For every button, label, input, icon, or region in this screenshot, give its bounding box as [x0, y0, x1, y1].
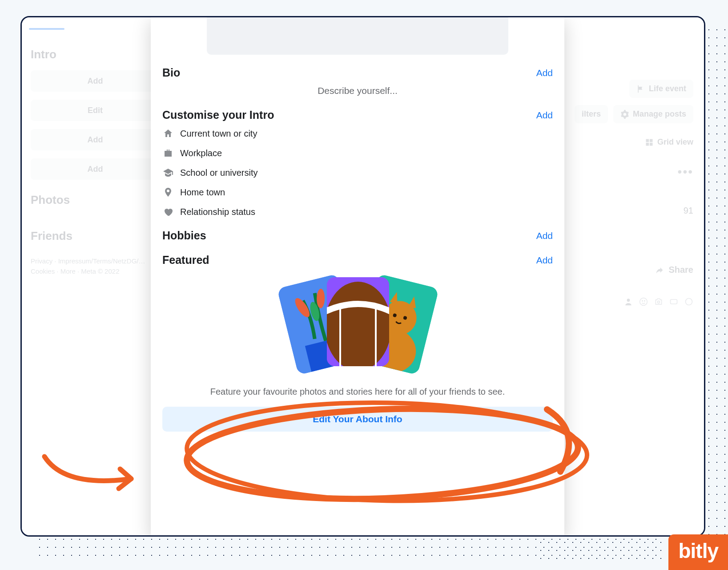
edit-intro-modal: Bio Add Describe yourself... Customise y…	[151, 17, 564, 537]
bitly-badge: bitly	[668, 534, 728, 570]
bio-add-link[interactable]: Add	[536, 68, 553, 78]
location-pin-icon	[162, 186, 174, 198]
intro-item-label: Relationship status	[180, 207, 255, 217]
intro-item-hometown[interactable]: Home town	[162, 186, 553, 198]
card-football	[327, 277, 389, 366]
customise-heading: Customise your Intro	[162, 109, 274, 121]
intro-item-label: Workplace	[180, 148, 222, 158]
home-icon	[162, 128, 174, 139]
customise-section: Customise your Intro Add Current town or…	[162, 109, 553, 218]
hobbies-heading: Hobbies	[162, 229, 206, 242]
modal-header-placeholder	[207, 17, 508, 55]
bio-section: Bio Add Describe yourself...	[162, 66, 553, 96]
intro-item-current-town[interactable]: Current town or city	[162, 128, 553, 139]
briefcase-icon	[162, 147, 174, 159]
featured-illustration	[162, 280, 553, 378]
svg-point-13	[327, 282, 389, 366]
featured-heading: Featured	[162, 254, 209, 267]
graduation-cap-icon	[162, 167, 174, 178]
bio-heading: Bio	[162, 66, 180, 79]
featured-section: Featured Add	[162, 254, 553, 432]
featured-add-link[interactable]: Add	[536, 255, 553, 266]
intro-item-workplace[interactable]: Workplace	[162, 147, 553, 159]
intro-item-label: Home town	[180, 187, 225, 198]
hobbies-add-link[interactable]: Add	[536, 230, 553, 241]
customise-add-link[interactable]: Add	[536, 110, 553, 121]
edit-about-info-button[interactable]: Edit Your About Info	[162, 407, 553, 432]
intro-item-school[interactable]: School or university	[162, 167, 553, 178]
intro-item-label: School or university	[180, 168, 258, 178]
intro-item-relationship[interactable]: Relationship status	[162, 206, 553, 218]
hobbies-section: Hobbies Add	[162, 229, 553, 242]
heart-icon	[162, 206, 174, 218]
featured-caption: Feature your favourite photos and storie…	[162, 387, 553, 397]
bio-placeholder[interactable]: Describe yourself...	[162, 85, 553, 96]
browser-frame: Intro Add Edit Add Add Photos Friends Pr…	[20, 16, 705, 537]
intro-item-label: Current town or city	[180, 129, 257, 139]
